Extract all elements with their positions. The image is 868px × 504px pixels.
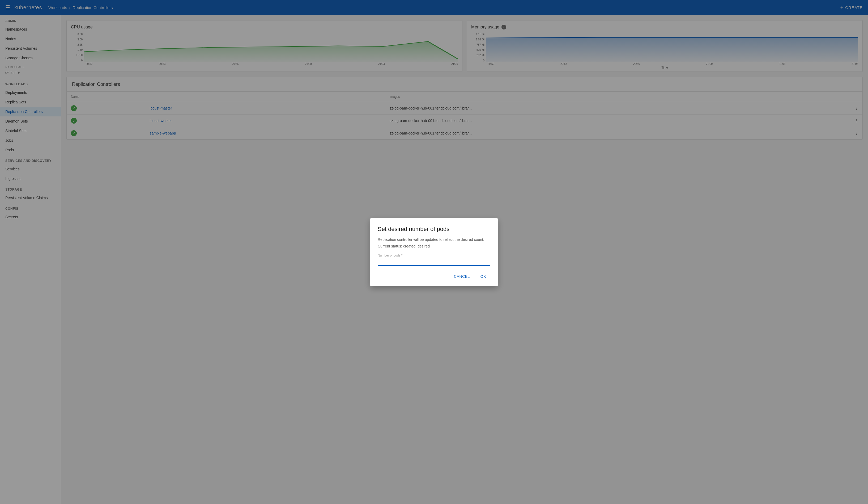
- dialog-body: Replication controller will be updated t…: [378, 237, 490, 242]
- dialog-title: Set desired number of pods: [378, 226, 490, 233]
- dialog-overlay: Set desired number of pods Replication c…: [0, 0, 868, 504]
- number-of-pods-input[interactable]: [378, 259, 490, 266]
- dialog-ok-button[interactable]: OK: [476, 272, 490, 281]
- dialog-cancel-button[interactable]: CANCEL: [450, 272, 474, 281]
- dialog: Set desired number of pods Replication c…: [370, 218, 498, 286]
- dialog-status: Current status: created, desired: [378, 244, 490, 248]
- dialog-input-label: Number of pods *: [378, 254, 490, 257]
- dialog-actions: CANCEL OK: [378, 272, 490, 281]
